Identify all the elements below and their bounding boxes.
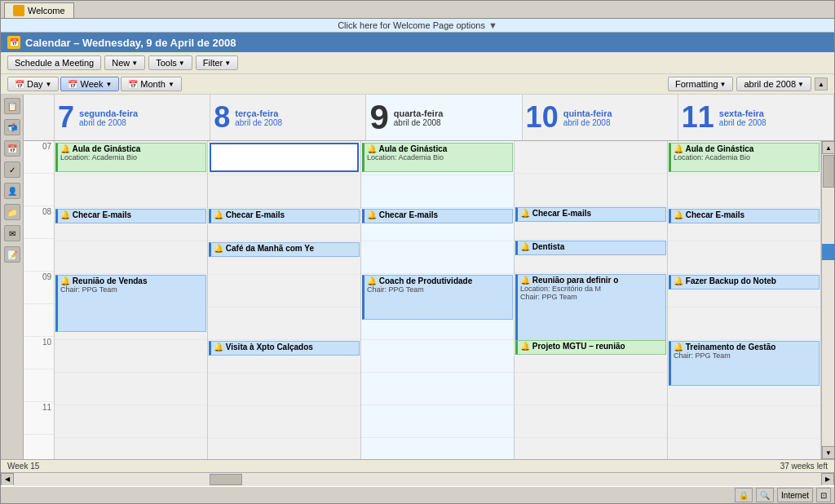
event-title: 🔔 Reunião para definir o — [520, 276, 663, 285]
hour-row-3-08: 🔔 Checar E-mails — [515, 207, 667, 240]
event-gym-fri[interactable]: 🔔 Aula de Ginástica Location: Academia B… — [669, 143, 820, 172]
event-mgtu-thu[interactable]: 🔔 Projeto MGTU – reunião — [515, 340, 666, 355]
h-scroll-thumb[interactable] — [210, 474, 242, 485]
day-num-4: 11 — [682, 103, 714, 132]
vertical-scrollbar[interactable]: ▲ ▼ — [821, 141, 834, 459]
new-button[interactable]: New ▼ — [104, 55, 145, 70]
zoom-icon: 🔍 — [760, 491, 770, 500]
scroll-thumb[interactable] — [823, 155, 834, 188]
date-nav-label: abril de 2008 — [744, 79, 796, 89]
time-gutter-header — [24, 95, 55, 140]
week-view-button[interactable]: 📅 Week ▼ — [60, 77, 119, 91]
day-col-1: 🔔 Checar E-mails 🔔 Café da Manhã com Ye — [208, 141, 361, 459]
event-title: 🔔 Aula de Ginástica — [60, 144, 203, 153]
event-email-mon[interactable]: 🔔 Checar E-mails — [55, 209, 206, 223]
event-gym-wed[interactable]: 🔔 Aula de Ginástica Location: Academia B… — [362, 143, 513, 172]
day-col-0: 🔔 Aula de Ginástica Location: Academia B… — [55, 141, 208, 459]
event-email-wed[interactable]: 🔔 Checar E-mails — [362, 209, 513, 223]
date-nav-dropdown-icon: ▼ — [797, 81, 804, 88]
day-header-1: 8 terça-feira abril de 2008 — [210, 95, 366, 140]
sidebar-icon-1[interactable]: 📋 — [4, 98, 20, 114]
sidebar-icon-5[interactable]: 👤 — [4, 183, 20, 199]
tools-button[interactable]: Tools ▼ — [148, 55, 192, 70]
hour-row-1-11h — [208, 439, 360, 459]
day-view-button[interactable]: 📅 Day ▼ — [7, 77, 59, 91]
hour-row-0-10h — [55, 373, 207, 405]
event-email-tue[interactable]: 🔔 Checar E-mails — [209, 209, 360, 223]
event-reuniao-thu[interactable]: 🔔 Reunião para definir o Location: Escri… — [515, 274, 666, 347]
event-title: 🔔 Projeto MGTU – reunião — [520, 342, 663, 351]
hour-row-4-09h — [668, 307, 820, 340]
hour-row-4-11h — [668, 439, 820, 459]
sidebar-icon-6[interactable]: 📁 — [4, 204, 20, 220]
event-gym-mon[interactable]: 🔔 Aula de Ginástica Location: Academia B… — [55, 143, 206, 172]
scroll-up-button[interactable]: ▲ — [815, 77, 828, 91]
day-name-4: sexta-feira — [719, 108, 767, 118]
month-view-button[interactable]: 📅 Month ▼ — [121, 77, 182, 91]
event-email-thu[interactable]: 🔔 Checar E-mails — [515, 207, 666, 222]
hour-row-4-07: 🔔 Aula de Ginástica Location: Academia B… — [668, 143, 820, 175]
hour-row-1-08h: 🔔 Café da Manhã com Ye — [208, 242, 360, 275]
calendar-scroll-area[interactable]: 07 08 09 10 11 12 13 — [24, 141, 821, 459]
sidebar-icon-7[interactable]: ✉ — [4, 225, 20, 241]
hour-row-2-07h — [361, 175, 514, 208]
event-backup-fri[interactable]: 🔔 Fazer Backup do Noteb — [669, 275, 820, 290]
sidebar-icon-2[interactable]: 📬 — [4, 119, 20, 135]
hour-row-2-10 — [361, 340, 514, 373]
event-selected-tue[interactable] — [210, 143, 359, 172]
scroll-down-btn[interactable]: ▼ — [822, 446, 834, 459]
welcome-text: Click here for Welcome Page options — [338, 20, 485, 30]
event-title: 🔔 Checar E-mails — [60, 210, 203, 219]
date-nav-button[interactable]: abril de 2008 ▼ — [736, 77, 811, 91]
event-email-fri[interactable]: 🔔 Checar E-mails — [669, 209, 820, 223]
filter-button[interactable]: Filter ▼ — [196, 55, 238, 70]
event-dentista-thu[interactable]: 🔔 Dentista — [515, 241, 666, 255]
time-column: 07 08 09 10 11 12 13 — [24, 141, 55, 459]
h-scroll-right-btn[interactable]: ▶ — [821, 473, 834, 486]
hour-row-0-08: 🔔 Checar E-mails — [55, 209, 207, 241]
hour-row-1-09h — [208, 307, 360, 340]
day-date-4: abril de 2008 — [719, 118, 767, 127]
hour-row-1-11 — [208, 406, 360, 439]
hour-row-3-09: 🔔 Reunião para definir o Location: Escri… — [515, 274, 667, 307]
horizontal-scrollbar[interactable]: ◀ ▶ — [1, 472, 834, 485]
event-coach-wed[interactable]: 🔔 Coach de Produtividade Chair: PPG Team — [362, 275, 513, 320]
time-slot-09: 09 — [24, 272, 54, 304]
event-vendas-mon[interactable]: 🔔 Reunião de Vendas Chair: PPG Team — [55, 275, 206, 332]
time-slot-08h — [24, 239, 54, 272]
schedule-meeting-button[interactable]: Schedule a Meeting — [7, 55, 101, 70]
sidebar-icon-3[interactable]: 📅 — [4, 140, 20, 157]
event-treinamento-fri[interactable]: 🔔 Treinamento de Gestão Chair: PPG Team — [669, 341, 820, 386]
day-col-4: 🔔 Aula de Ginástica Location: Academia B… — [668, 141, 821, 459]
time-slot-11h — [24, 435, 54, 459]
right-indicator — [822, 244, 834, 260]
day-date-0: abril de 2008 — [79, 118, 138, 127]
lock-icon: 🔒 — [739, 491, 749, 500]
day-col-3: 🔔 Checar E-mails 🔔 Dentista 🔔 Reu — [515, 141, 668, 459]
event-title: 🔔 Dentista — [520, 242, 663, 251]
event-xpto-tue[interactable]: 🔔 Visita à Xpto Calçados — [209, 341, 360, 356]
formatting-button[interactable]: Formatting ▼ — [668, 77, 734, 91]
hour-row-1-07h — [208, 175, 360, 208]
day-name-2: quarta-feira — [394, 108, 444, 118]
day-dropdown-icon: ▼ — [46, 81, 52, 88]
tab-bar: Welcome — [1, 1, 834, 19]
event-sub: Chair: PPG Team — [674, 351, 816, 360]
sidebar-icon-8[interactable]: 📝 — [4, 246, 20, 263]
resize-icon: ⊡ — [820, 491, 827, 500]
time-slot-07: 07 — [24, 141, 54, 174]
welcome-bar[interactable]: Click here for Welcome Page options ▼ — [1, 19, 834, 33]
sidebar-icon-4[interactable]: ✓ — [4, 161, 20, 178]
hour-row-1-07 — [208, 143, 360, 175]
filter-dropdown-icon: ▼ — [224, 60, 231, 67]
welcome-tab[interactable]: Welcome — [4, 2, 74, 18]
scroll-up-btn[interactable]: ▲ — [822, 141, 834, 154]
event-sub2: Chair: PPG Team — [520, 293, 663, 301]
event-cafe-tue[interactable]: 🔔 Café da Manhã com Ye — [209, 242, 360, 257]
event-sub: Chair: PPG Team — [60, 285, 203, 294]
h-scroll-left-btn[interactable]: ◀ — [1, 473, 14, 486]
tools-label: Tools — [156, 58, 177, 68]
h-scroll-track[interactable] — [14, 473, 821, 486]
scroll-track[interactable] — [822, 154, 834, 446]
left-sidebar: 📋 📬 📅 ✓ 👤 📁 ✉ 📝 — [1, 95, 24, 459]
